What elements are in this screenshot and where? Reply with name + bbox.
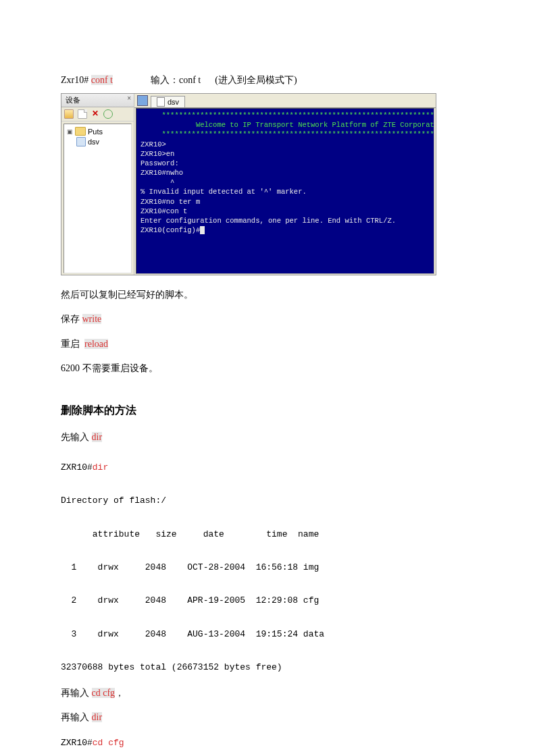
terminal-pane: dsv ************************************… [134,94,436,275]
dir-prompt: ZXR10# [61,462,93,473]
term-line: ZXR10#no ter m [141,198,200,206]
tree-child[interactable]: dsv [76,137,128,146]
document-icon [157,97,165,107]
cli-command-dir: dir [92,432,103,442]
term-line: ZXR10>en [141,150,174,158]
term-line: ^ [141,178,174,186]
device-side-pane: 设备 × ✕ ▣ Puts dsv [61,94,134,275]
term-line: Enter configuration commands, one per li… [141,217,396,225]
tab-dsv[interactable]: dsv [151,96,185,107]
folder-icon [75,127,86,136]
embedded-screenshot: 设备 × ✕ ▣ Puts dsv [61,93,436,275]
tree-root[interactable]: ▣ Puts [67,127,128,136]
app-icon[interactable] [137,95,148,106]
dir-listing: Directory of flash:/ attribute size date… [61,495,324,672]
term-line: Welcome to IP Transport Network Platform… [141,121,434,129]
terminal-output[interactable]: ****************************************… [136,108,434,274]
term-line: % Invalid input detected at '^' marker. [141,188,307,196]
heading-delete-script: 删除脚本的方法 [61,404,474,418]
term-line: ZXR10> [141,140,166,148]
last-cmd: cd cfg [93,738,124,748]
tab-bar: dsv [134,94,436,108]
instruction-line: Zxr10# conf t 输入：conf t (进入到全局模式下) [61,74,474,86]
term-line: ZXR10#nwho [141,169,183,177]
term-line: ZXR10(config)# [141,226,200,234]
term-line: Password: [141,159,179,167]
paragraph-first-dir: 先输入 dir [61,430,474,445]
term-line: ZXR10#con t [141,207,187,215]
tree-child-label: dsv [88,138,99,146]
side-pane-title-text: 设备 [66,96,80,104]
tree-collapse-icon[interactable]: ▣ [67,128,73,135]
paragraph-cd-cfg: 再输入 cd cfg， [61,686,474,701]
last-prompt: ZXR10# [61,738,93,748]
paragraph-6200-note: 6200 不需要重启设备。 [61,361,474,376]
device-tree: ▣ Puts dsv [63,124,132,273]
term-line: ****************************************… [141,130,434,138]
then-dir-label: 再输入 [61,712,89,722]
dir-output-block: ZXR10#dir Directory of flash:/ attribute… [61,460,474,676]
save-label: 保存 [61,314,80,324]
first-input-label: 先输入 [61,432,89,442]
new-file-icon[interactable] [78,109,87,119]
paragraph-save: 保存 write [61,312,474,327]
cli-prompt: Zxr10# [61,75,88,85]
side-pane-title: 设备 × [61,94,134,107]
tab-label: dsv [168,98,179,106]
reboot-label: 重启 [61,339,80,349]
paragraph-copy-script: 然后可以复制已经写好的脚本。 [61,288,474,302]
refresh-icon[interactable] [103,109,113,119]
comma: ， [115,688,124,698]
paragraph-reboot: 重启 reload [61,337,474,352]
cli-command-write: write [82,314,102,324]
side-toolbar: ✕ [61,107,134,122]
mode-note: (进入到全局模式下) [215,75,297,85]
cursor-icon [200,226,205,234]
close-icon[interactable]: × [127,94,131,102]
dir-cmd: dir [93,462,108,473]
open-icon[interactable] [64,109,74,119]
cli-command-cd-cfg: cd cfg [92,688,116,698]
cli-command-dir-2: dir [92,712,103,722]
cd-cfg-line: ZXR10#cd cfg [61,735,474,752]
paragraph-second-dir: 再输入 dir [61,710,474,725]
then-cd-label: 再输入 [61,688,89,698]
term-line: ****************************************… [141,111,434,119]
cli-command-conf-t: conf t [91,75,113,85]
input-value: conf t [179,75,201,85]
cli-command-reload: reload [84,339,108,349]
input-label: 输入： [151,75,179,85]
tree-root-label: Puts [88,128,103,136]
delete-icon[interactable]: ✕ [91,110,99,118]
node-icon [76,137,86,146]
